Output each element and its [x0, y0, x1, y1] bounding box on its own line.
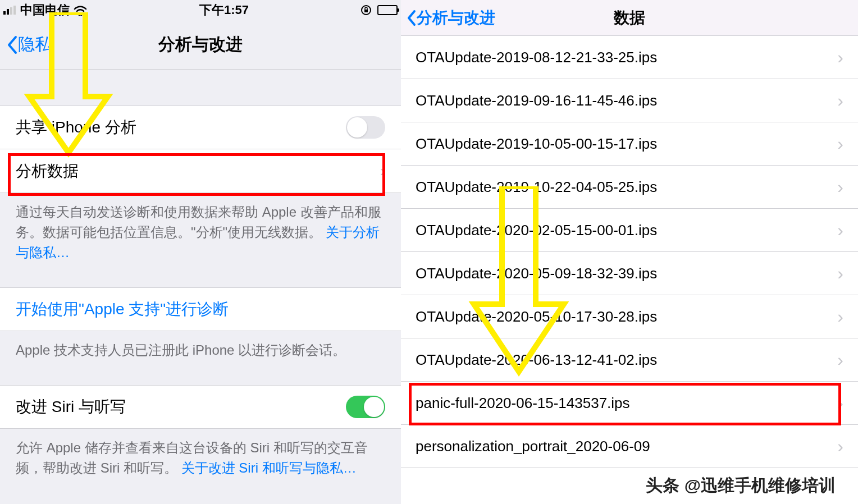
- chevron-right-icon: ›: [837, 90, 843, 111]
- svg-rect-2: [10, 7, 12, 15]
- analytics-data-label: 分析数据: [16, 161, 79, 182]
- about-siri-link[interactable]: 关于改进 Siri 和听写与隐私…: [181, 460, 357, 475]
- filename-label: OTAUpdate-2020-02-05-15-00-01.ips: [416, 222, 657, 239]
- improve-siri-label: 改进 Siri 与听写: [16, 396, 126, 418]
- nav-bar: 隐私 分析与改进: [0, 20, 401, 70]
- filename-label: OTAUpdate-2019-10-22-04-05-25.ips: [416, 178, 657, 196]
- list-item[interactable]: OTAUpdate-2020-05-10-17-30-28.ips›: [401, 295, 858, 338]
- wifi-icon: [73, 4, 88, 16]
- back-button[interactable]: 分析与改进: [401, 7, 495, 29]
- analytics-data-row[interactable]: 分析数据 ›: [0, 149, 401, 193]
- filename-label: personalization_portrait_2020-06-09: [416, 438, 650, 455]
- footer-2: Apple 技术支持人员已注册此 iPhone 以进行诊断会话。: [0, 331, 401, 369]
- page-title: 分析与改进: [0, 33, 401, 56]
- clock-label: 下午1:57: [199, 2, 249, 19]
- carrier-label: 中国电信: [20, 2, 70, 19]
- chevron-right-icon: ›: [837, 263, 843, 284]
- chevron-right-icon: ›: [837, 177, 843, 198]
- settings-analytics-screen: 中国电信 下午1:57 隐私 分析与改进 共享 iPhone 分析 分析数据 ›…: [0, 0, 401, 504]
- footer-1: 通过每天自动发送诊断和使用数据来帮助 Apple 改善产品和服务。数据可能包括位…: [0, 193, 401, 272]
- chevron-right-icon: ›: [837, 134, 843, 154]
- battery-icon: [377, 5, 398, 15]
- chevron-right-icon: ›: [837, 220, 843, 241]
- back-label: 分析与改进: [417, 7, 495, 29]
- svg-rect-3: [13, 6, 16, 15]
- status-bar: 中国电信 下午1:57: [0, 0, 401, 20]
- filename-label: OTAUpdate-2019-09-16-11-45-46.ips: [416, 92, 657, 109]
- filename-label: OTAUpdate-2019-10-05-00-15-17.ips: [416, 135, 657, 153]
- data-file-list[interactable]: OTAUpdate-2019-08-12-21-33-25.ips› OTAUp…: [401, 36, 858, 468]
- spacer: [0, 272, 401, 287]
- apple-support-diag-row[interactable]: 开始使用"Apple 支持"进行诊断: [0, 287, 401, 331]
- list-item[interactable]: panic-full-2020-06-15-143537.ips›: [401, 382, 858, 425]
- apple-support-label: 开始使用"Apple 支持"进行诊断: [16, 299, 229, 320]
- share-analytics-label: 共享 iPhone 分析: [16, 117, 136, 138]
- filename-label: OTAUpdate-2020-06-13-12-41-02.ips: [416, 351, 657, 369]
- list-item[interactable]: personalization_portrait_2020-06-09›: [401, 425, 858, 468]
- list-item[interactable]: OTAUpdate-2020-02-05-15-00-01.ips›: [401, 209, 858, 252]
- svg-rect-1: [7, 9, 9, 15]
- improve-siri-toggle[interactable]: [346, 396, 385, 418]
- svg-rect-0: [3, 11, 6, 15]
- orientation-lock-icon: [360, 4, 372, 16]
- spacer: [0, 70, 401, 106]
- svg-rect-5: [364, 10, 368, 12]
- chevron-right-icon: ›: [837, 350, 843, 370]
- filename-label: OTAUpdate-2019-08-12-21-33-25.ips: [416, 49, 657, 66]
- nav-bar: 分析与改进 数据: [401, 0, 858, 36]
- back-button[interactable]: 隐私: [0, 33, 52, 56]
- share-analytics-toggle[interactable]: [346, 116, 385, 139]
- analytics-data-list-screen: 分析与改进 数据 OTAUpdate-2019-08-12-21-33-25.i…: [401, 0, 858, 504]
- list-item[interactable]: OTAUpdate-2020-05-09-18-32-39.ips›: [401, 252, 858, 295]
- list-item[interactable]: OTAUpdate-2019-10-22-04-05-25.ips›: [401, 166, 858, 209]
- filename-label: OTAUpdate-2020-05-10-17-30-28.ips: [416, 308, 657, 326]
- chevron-left-icon: [6, 35, 18, 55]
- chevron-right-icon: ›: [837, 393, 843, 414]
- chevron-left-icon: [405, 9, 417, 27]
- footer-2-text: Apple 技术支持人员已注册此 iPhone 以进行诊断会话。: [16, 342, 346, 358]
- chevron-right-icon: ›: [380, 162, 385, 180]
- back-label: 隐私: [18, 33, 52, 56]
- filename-label: OTAUpdate-2020-05-09-18-32-39.ips: [416, 265, 657, 282]
- chevron-right-icon: ›: [837, 47, 843, 68]
- footer-3: 允许 Apple 储存并查看来自这台设备的 Siri 和听写的交互音频，帮助改进…: [0, 429, 401, 487]
- filename-label: panic-full-2020-06-15-143537.ips: [416, 395, 630, 412]
- chevron-right-icon: ›: [837, 306, 843, 327]
- share-analytics-row[interactable]: 共享 iPhone 分析: [0, 106, 401, 149]
- chevron-right-icon: ›: [837, 436, 843, 457]
- list-item[interactable]: OTAUpdate-2019-08-12-21-33-25.ips›: [401, 36, 858, 79]
- list-item[interactable]: OTAUpdate-2019-10-05-00-15-17.ips›: [401, 122, 858, 166]
- list-item[interactable]: OTAUpdate-2020-06-13-12-41-02.ips›: [401, 338, 858, 382]
- signal-icon: [3, 6, 17, 15]
- watermark-label: 头条 @迅维手机维修培训: [646, 474, 836, 497]
- spacer: [0, 369, 401, 385]
- improve-siri-row[interactable]: 改进 Siri 与听写: [0, 385, 401, 429]
- list-item[interactable]: OTAUpdate-2019-09-16-11-45-46.ips›: [401, 79, 858, 122]
